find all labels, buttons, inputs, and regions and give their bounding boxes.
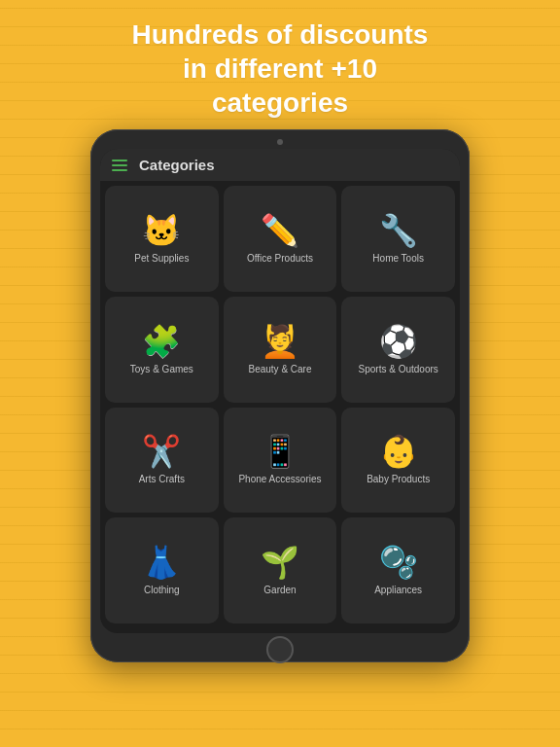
- tablet-camera: [277, 139, 283, 145]
- appliances-label: Appliances: [374, 584, 422, 596]
- sports-outdoors-icon: ⚽: [379, 326, 418, 357]
- office-products-label: Office Products: [247, 252, 313, 265]
- office-products-icon: ✏️: [261, 215, 299, 246]
- hamburger-icon[interactable]: [112, 160, 127, 171]
- category-card-arts-crafts[interactable]: ✂️Arts Crafts: [105, 408, 219, 514]
- category-card-baby-products[interactable]: 👶Baby Products: [341, 408, 455, 514]
- category-card-sports-outdoors[interactable]: ⚽Sports & Outdoors: [341, 297, 455, 403]
- category-card-home-tools[interactable]: 🔧Home Tools: [341, 186, 455, 292]
- home-tools-label: Home Tools: [372, 252, 424, 265]
- category-card-garden[interactable]: 🌱Garden: [224, 517, 337, 623]
- toys-games-label: Toys & Games: [130, 363, 193, 375]
- category-card-office-products[interactable]: ✏️Office Products: [224, 186, 337, 292]
- clothing-label: Clothing: [144, 584, 180, 596]
- category-card-toys-games[interactable]: 🧩Toys & Games: [105, 297, 219, 403]
- category-card-clothing[interactable]: 👗Clothing: [105, 517, 219, 623]
- baby-products-label: Baby Products: [367, 473, 430, 485]
- phone-accessories-label: Phone Accessories: [238, 473, 321, 485]
- baby-products-icon: 👶: [379, 436, 418, 467]
- sports-outdoors-label: Sports & Outdoors: [359, 363, 438, 375]
- garden-icon: 🌱: [261, 547, 299, 578]
- category-card-appliances[interactable]: 🫧Appliances: [341, 517, 455, 623]
- category-card-phone-accessories[interactable]: 📱Phone Accessories: [224, 408, 337, 514]
- pet-supplies-label: Pet Supplies: [134, 252, 189, 265]
- category-card-pet-supplies[interactable]: 🐱Pet Supplies: [105, 186, 219, 292]
- tablet-screen: Categories 🐱Pet Supplies✏️Office Product…: [100, 149, 460, 633]
- toys-games-icon: 🧩: [142, 326, 181, 357]
- appliances-icon: 🫧: [379, 547, 418, 578]
- pet-supplies-icon: 🐱: [142, 215, 181, 246]
- phone-accessories-icon: 📱: [261, 436, 299, 467]
- beauty-care-icon: 💆: [261, 326, 299, 357]
- clothing-icon: 👗: [142, 547, 181, 578]
- app-title: Categories: [139, 157, 215, 173]
- tablet-device: Categories 🐱Pet Supplies✏️Office Product…: [90, 129, 470, 662]
- arts-crafts-label: Arts Crafts: [139, 473, 185, 485]
- home-tools-icon: 🔧: [379, 215, 418, 246]
- garden-label: Garden: [263, 584, 296, 596]
- tablet-home-button[interactable]: [266, 636, 294, 663]
- app-header: Categories: [100, 149, 460, 181]
- promo-header: Hundreds of discounts in different +10 c…: [0, 0, 560, 129]
- beauty-care-label: Beauty & Care: [248, 363, 311, 375]
- arts-crafts-icon: ✂️: [142, 436, 181, 467]
- category-card-beauty-care[interactable]: 💆Beauty & Care: [224, 297, 337, 403]
- categories-grid: 🐱Pet Supplies✏️Office Products🔧Home Tool…: [100, 181, 460, 628]
